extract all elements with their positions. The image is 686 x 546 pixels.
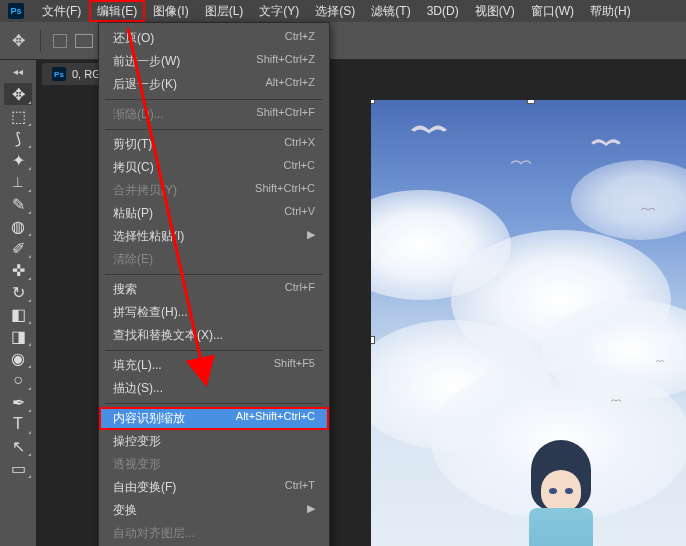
menu-item[interactable]: 描边(S)... [99,377,329,400]
menu-item-10[interactable]: 帮助(H) [582,0,639,22]
canvas-image [371,100,686,546]
menu-item[interactable]: 粘贴(P)Ctrl+V [99,202,329,225]
menu-item-2[interactable]: 图像(I) [145,0,196,22]
crop-tool[interactable]: ⟂ [4,171,32,193]
menu-item[interactable]: 操控变形 [99,430,329,453]
type-tool[interactable]: T [4,413,32,435]
blur-tool[interactable]: ◉ [4,347,32,369]
menubar: Ps 文件(F)编辑(E)图像(I)图层(L)文字(Y)选择(S)滤镜(T)3D… [0,0,686,22]
menu-item-0[interactable]: 文件(F) [34,0,89,22]
canvas[interactable] [371,100,686,546]
menu-item[interactable]: 选择性粘贴(I)▶ [99,225,329,248]
menu-item[interactable]: 还原(O)Ctrl+Z [99,27,329,50]
menu-item-8[interactable]: 视图(V) [467,0,523,22]
menu-item: 自动对齐图层... [99,522,329,545]
doc-ps-icon: Ps [52,67,66,81]
menu-item: 透视变形 [99,453,329,476]
menu-item-9[interactable]: 窗口(W) [523,0,582,22]
clone-tool[interactable]: ✜ [4,259,32,281]
auto-select-checkbox[interactable] [53,34,67,48]
brush-tool[interactable]: ✐ [4,237,32,259]
marquee-tool[interactable]: ⬚ [4,105,32,127]
menu-item[interactable]: 变换▶ [99,499,329,522]
menu-item-6[interactable]: 滤镜(T) [363,0,418,22]
menu-item[interactable]: 剪切(T)Ctrl+X [99,133,329,156]
menu-item[interactable]: 填充(L)...Shift+F5 [99,354,329,377]
toolbar: ◂◂ ✥⬚⟆✦⟂✎◍✐✜↻◧◨◉○✒T↖▭ [0,60,36,546]
menu-item-7[interactable]: 3D(D) [419,0,467,22]
ps-logo-icon: Ps [8,3,24,19]
gradient-tool[interactable]: ◨ [4,325,32,347]
healing-brush-tool[interactable]: ◍ [4,215,32,237]
menu-item-3[interactable]: 图层(L) [197,0,252,22]
magic-wand-tool[interactable]: ✦ [4,149,32,171]
menu-item: 清除(E) [99,248,329,271]
path-tool[interactable]: ↖ [4,435,32,457]
menu-item: 合并拷贝(Y)Shift+Ctrl+C [99,179,329,202]
menu-item[interactable]: 自由变换(F)Ctrl+T [99,476,329,499]
menu-item[interactable]: 查找和替换文本(X)... [99,324,329,347]
transform-handle[interactable] [371,336,375,344]
menu-item[interactable]: 拷贝(C)Ctrl+C [99,156,329,179]
menu-item: 渐隐(D)...Shift+Ctrl+F [99,103,329,126]
collapse-toolbar-icon[interactable]: ◂◂ [13,66,23,77]
transform-handle[interactable] [527,100,535,104]
pen-tool[interactable]: ✒ [4,391,32,413]
menu-item[interactable]: 搜索Ctrl+F [99,278,329,301]
transform-handle[interactable] [371,100,375,104]
menu-item[interactable]: 内容识别缩放Alt+Shift+Ctrl+C [99,407,329,430]
rectangle-tool[interactable]: ▭ [4,457,32,479]
history-brush-tool[interactable]: ↻ [4,281,32,303]
eraser-tool[interactable]: ◧ [4,303,32,325]
menu-item[interactable]: 拼写检查(H)... [99,301,329,324]
menu-item[interactable]: 前进一步(W)Shift+Ctrl+Z [99,50,329,73]
menu-item[interactable]: 后退一步(K)Alt+Ctrl+Z [99,73,329,96]
dodge-tool[interactable]: ○ [4,369,32,391]
menu-item-1[interactable]: 编辑(E) [89,0,145,22]
move-tool[interactable]: ✥ [4,83,32,105]
eyedropper-tool[interactable]: ✎ [4,193,32,215]
menu-item-4[interactable]: 文字(Y) [251,0,307,22]
lasso-tool[interactable]: ⟆ [4,127,32,149]
artboard-icon [75,34,93,48]
move-tool-indicator-icon: ✥ [8,31,28,51]
edit-menu-dropdown: 还原(O)Ctrl+Z前进一步(W)Shift+Ctrl+Z后退一步(K)Alt… [98,22,330,546]
menu-item-5[interactable]: 选择(S) [307,0,363,22]
